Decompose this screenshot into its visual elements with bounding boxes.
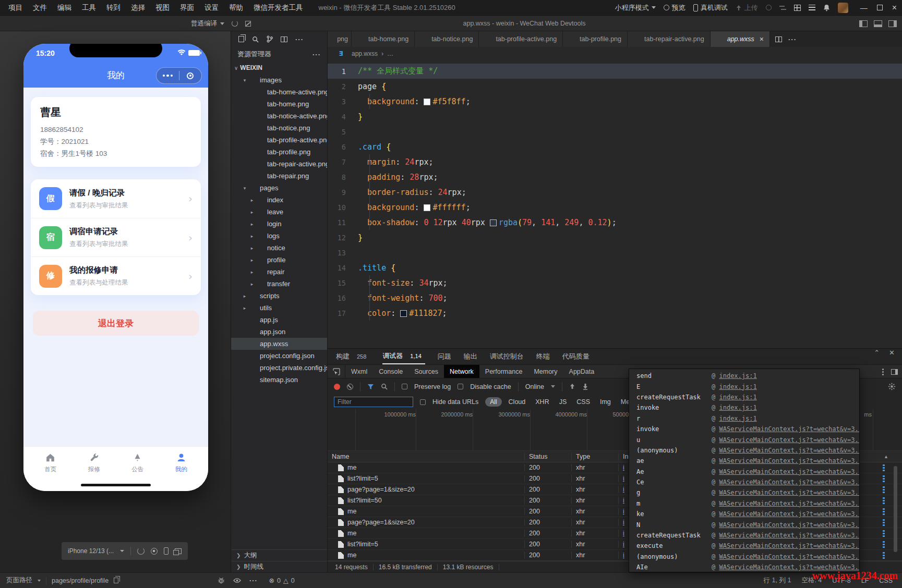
filter-type[interactable]: XHR	[535, 398, 549, 406]
search-icon[interactable]	[252, 36, 259, 43]
menu-item[interactable]: 界面	[175, 3, 199, 13]
filter-all-pill[interactable]: All	[485, 397, 501, 407]
tree-item[interactable]: ▸ leave	[231, 206, 327, 218]
debugger-tab[interactable]: 代码质量	[562, 349, 590, 364]
menu-item[interactable]: 文件	[28, 3, 52, 13]
network-settings-button[interactable]	[888, 383, 896, 392]
source-link[interactable]: WAServiceMainContext.js?t=wechat&v=3.15.…	[719, 553, 860, 560]
notifications-button[interactable]	[823, 4, 830, 11]
close-panel-icon[interactable]: ✕	[889, 349, 895, 357]
phone-simulator[interactable]: 15:20 我的	[23, 44, 208, 491]
initiator-link[interactable]: i	[623, 541, 624, 548]
mode-select[interactable]: 小程序模式	[615, 3, 656, 13]
menu-item[interactable]: 转到	[101, 3, 126, 13]
layout-button[interactable]	[794, 5, 801, 11]
rotate-device-button[interactable]	[164, 547, 169, 555]
outline-section[interactable]: ❯大纲	[231, 549, 327, 561]
debugger-tab[interactable]: 输出	[464, 349, 477, 364]
filter-input[interactable]	[334, 397, 413, 407]
tree-item[interactable]: ▾ images	[231, 74, 327, 86]
initiator-link[interactable]: i	[623, 552, 624, 559]
devtools-tab[interactable]: Performance	[479, 365, 528, 378]
toggle-bottom-panel-icon[interactable]	[874, 20, 882, 27]
source-link[interactable]: WAServiceMainContext.js?t=wechat&v=3.15.…	[719, 457, 860, 464]
tree-item[interactable]: sitemap.json	[231, 374, 327, 386]
statusbar-segment[interactable]: 行 1, 列 1	[764, 576, 791, 585]
source-link[interactable]: index.js:1	[719, 415, 756, 422]
more-actions-button[interactable]	[157, 75, 179, 77]
tree-item[interactable]: ▾ pages	[231, 182, 327, 194]
minimize-button[interactable]: —	[860, 4, 868, 12]
initiator-link[interactable]: i	[623, 508, 624, 515]
tree-item[interactable]: tab-profile.png	[231, 146, 327, 158]
search-icon[interactable]	[381, 383, 388, 390]
devtools-tab[interactable]: Network	[444, 365, 479, 378]
compile-mode-select[interactable]: 普通编译	[191, 19, 224, 28]
debugger-tab[interactable]: 调试器 1,14	[382, 349, 425, 364]
tree-item[interactable]: tab-notice-active.png	[231, 110, 327, 122]
close-button[interactable]: ×	[892, 3, 897, 13]
dock-side-icon[interactable]	[891, 369, 898, 375]
source-link[interactable]: WAServiceMainContext.js?t=wechat&v=3.15.…	[719, 447, 860, 454]
inspect-element-button[interactable]	[328, 365, 345, 378]
record-button[interactable]	[151, 548, 158, 555]
close-tab-icon[interactable]: ×	[760, 35, 764, 43]
upload-button[interactable]: 上传	[736, 3, 758, 13]
copy-icon[interactable]	[114, 578, 118, 583]
more-tabs-icon[interactable]: ···	[788, 35, 797, 43]
tree-item[interactable]: ▸ repair	[231, 266, 327, 278]
bug-icon[interactable]	[218, 577, 225, 584]
sync-button[interactable]	[766, 5, 772, 10]
editor-tab[interactable]: tab-repair-active.png	[628, 31, 711, 47]
files-icon[interactable]	[238, 36, 244, 42]
device-select[interactable]: iPhone 12/13 (...	[68, 547, 114, 555]
initiator-link[interactable]: i	[623, 464, 624, 471]
debugger-tab[interactable]: 构建 258	[336, 349, 370, 364]
filter-type[interactable]: Cloud	[509, 398, 526, 406]
export-har-icon[interactable]	[582, 383, 588, 390]
more-actions-icon[interactable]: ···	[295, 35, 304, 43]
tree-item[interactable]: ▸ scripts	[231, 290, 327, 302]
tree-item[interactable]: tab-home.png	[231, 98, 327, 110]
source-link[interactable]: index.js:1	[719, 372, 756, 379]
hide-data-urls-checkbox[interactable]	[420, 399, 426, 405]
toggle-right-panel-icon[interactable]	[888, 20, 897, 27]
menu-item[interactable]: 视图	[150, 3, 175, 13]
scrollbar[interactable]	[894, 466, 897, 552]
problem-counts[interactable]: ⊗ 0 △ 0	[269, 577, 295, 584]
tree-item[interactable]: ▸ logs	[231, 230, 327, 242]
debugger-tab[interactable]: 问题	[438, 349, 451, 364]
menu-item[interactable]: 编辑	[52, 3, 77, 13]
source-link[interactable]: WAServiceMainContext.js?t=wechat&v=3.15.…	[719, 521, 860, 529]
collapse-panel-icon[interactable]: ⌃	[874, 349, 880, 357]
devtools-tab[interactable]: Wxml	[345, 365, 373, 378]
switch-button[interactable]	[779, 5, 786, 10]
editor-tab[interactable]: png	[328, 31, 352, 47]
explorer-more-icon[interactable]: ···	[312, 51, 321, 58]
tree-item[interactable]: tab-profile-active.png	[231, 134, 327, 146]
user-avatar[interactable]	[838, 3, 848, 13]
tree-item[interactable]: tab-repair.png	[231, 170, 327, 182]
editor-tab[interactable]: tab-notice.png	[415, 31, 479, 47]
timeline-section[interactable]: ❯时间线	[231, 561, 327, 572]
editor-tab[interactable]: tab-home.png	[352, 31, 415, 47]
filter-funnel-icon[interactable]	[367, 384, 374, 390]
sort-icon[interactable]: ▲	[884, 454, 888, 459]
tab-profile[interactable]: 我的	[165, 452, 197, 491]
refresh-button[interactable]	[137, 547, 145, 555]
tree-item[interactable]: tab-notice.png	[231, 122, 327, 134]
source-link[interactable]: WAServiceMainContext.js?t=wechat&v=3.15.…	[719, 532, 860, 539]
recompile-button[interactable]	[232, 20, 238, 27]
debugger-tab[interactable]: 终端	[536, 349, 550, 364]
initiator-link[interactable]: i	[623, 497, 624, 504]
throttling-select[interactable]: Online	[525, 383, 544, 390]
multi-window-button[interactable]	[175, 548, 182, 554]
filter-type[interactable]: CSS	[576, 398, 590, 406]
preserve-log-checkbox[interactable]	[402, 384, 407, 389]
close-miniprogram-button[interactable]	[179, 72, 202, 79]
filter-type[interactable]: JS	[559, 398, 567, 406]
menu-list-item[interactable]: 宿 调宿申请记录 查看列表与审批结果 ›	[31, 218, 201, 256]
source-link[interactable]: WAServiceMainContext.js?t=wechat&v=3.15.…	[719, 500, 860, 507]
menu-list-item[interactable]: 修 我的报修申请 查看列表与处理结果 ›	[31, 256, 201, 295]
disable-cache-checkbox[interactable]	[458, 384, 463, 389]
